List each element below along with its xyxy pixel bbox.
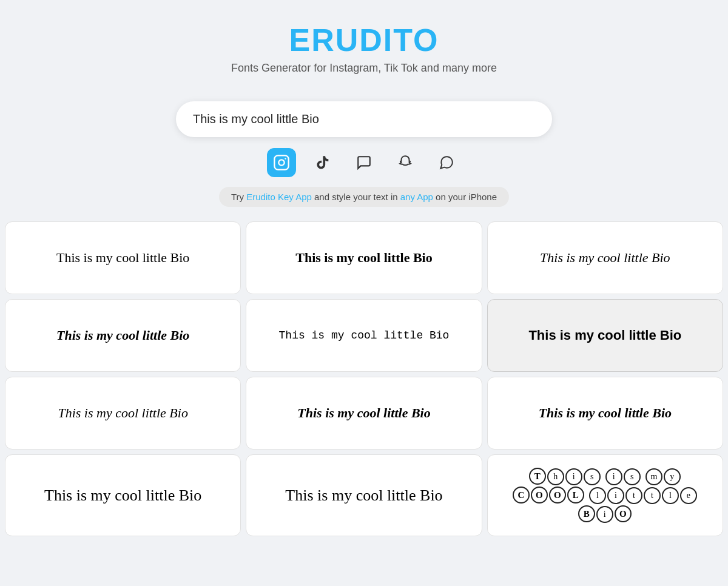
font-grid: This is my cool little Bio This is my co… — [0, 221, 728, 548]
font-text-5: This is my cool little Bio — [279, 329, 450, 342]
font-card-9[interactable]: This is my cool little Bio — [487, 377, 723, 450]
font-text-12: This is my COOL little BiO — [512, 467, 698, 524]
promo-middle: and style your text in — [312, 192, 400, 202]
input-section — [0, 101, 728, 137]
font-text-6: This is my cool little Bio — [528, 328, 681, 343]
imessage-icon[interactable] — [349, 148, 379, 177]
promo-prefix: Try — [231, 192, 246, 202]
font-card-3[interactable]: This is my cool little Bio — [487, 221, 723, 294]
page-header: ERUDITO Fonts Generator for Instagram, T… — [0, 0, 728, 87]
snapchat-icon[interactable] — [391, 148, 420, 177]
font-text-4: This is my cool little Bio — [56, 328, 189, 343]
font-text-11: This is my cool little Bio — [285, 487, 442, 505]
tiktok-icon[interactable] — [308, 148, 337, 177]
font-card-7[interactable]: This is my cool little Bio — [5, 377, 241, 450]
font-card-4[interactable]: This is my cool little Bio — [5, 299, 241, 372]
svg-point-1 — [278, 160, 284, 165]
font-card-6[interactable]: This is my cool little Bio — [487, 299, 723, 372]
whatsapp-icon[interactable] — [432, 148, 461, 177]
social-icon-bar — [0, 148, 728, 177]
svg-point-2 — [285, 158, 286, 159]
font-card-5[interactable]: This is my cool little Bio — [246, 299, 482, 372]
font-text-10: This is my cool little Bio — [44, 487, 201, 505]
promo-suffix: on your iPhone — [433, 192, 497, 202]
app-title: ERUDITO — [0, 22, 728, 58]
promo-text: Try Erudito Key App and style your text … — [219, 187, 509, 207]
font-card-2[interactable]: This is my cool little Bio — [246, 221, 482, 294]
font-card-1[interactable]: This is my cool little Bio — [5, 221, 241, 294]
instagram-icon[interactable] — [267, 148, 296, 177]
font-card-12[interactable]: This is my COOL little BiO — [487, 454, 723, 536]
font-text-1: This is my cool little Bio — [56, 250, 189, 266]
font-card-10[interactable]: This is my cool little Bio — [5, 454, 241, 536]
any-app-link[interactable]: any App — [400, 192, 433, 202]
font-text-9: This is my cool little Bio — [539, 405, 672, 421]
font-text-8: This is my cool little Bio — [297, 405, 430, 421]
font-card-8[interactable]: This is my cool little Bio — [246, 377, 482, 450]
svg-rect-0 — [274, 155, 288, 169]
app-subtitle: Fonts Generator for Instagram, Tik Tok a… — [0, 62, 728, 75]
bio-input[interactable] — [176, 101, 552, 137]
font-text-2: This is my cool little Bio — [295, 250, 433, 266]
font-text-3: This is my cool little Bio — [540, 250, 670, 266]
promo-section: Try Erudito Key App and style your text … — [0, 187, 728, 207]
font-text-7: This is my cool little Bio — [58, 405, 188, 421]
erudito-link[interactable]: Erudito Key App — [246, 192, 312, 202]
font-card-11[interactable]: This is my cool little Bio — [246, 454, 482, 536]
